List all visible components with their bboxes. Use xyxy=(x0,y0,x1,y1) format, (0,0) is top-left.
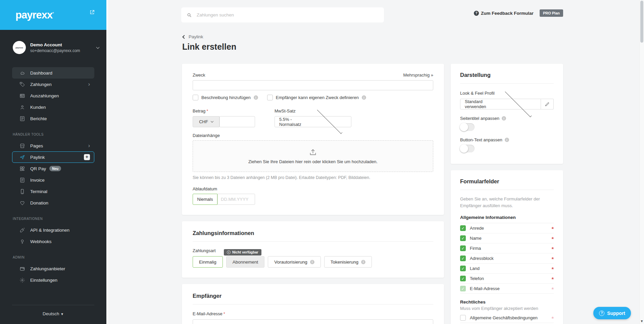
search-input[interactable] xyxy=(197,12,379,17)
sidebar-item-label: Paylink xyxy=(30,155,45,160)
account-name: Demo Account xyxy=(30,42,97,47)
external-link-icon[interactable] xyxy=(89,9,95,15)
firma-checkbox[interactable]: ✓ xyxy=(460,245,466,251)
field-label: Anrede xyxy=(470,226,484,231)
sidebar-item-paylink[interactable]: Paylink + xyxy=(12,151,94,163)
telefon-checkbox[interactable]: ✓ xyxy=(460,276,466,281)
legal-group-title: Rechtliches xyxy=(460,299,554,305)
field-label: Telefon xyxy=(470,276,484,281)
account-switcher[interactable]: payrexx Demo Account so+demoacc@payrexx.… xyxy=(13,41,99,54)
left-column: Zweck Mehrsprachig » Beschreibung hinzuf… xyxy=(182,64,444,324)
add-description-checkbox[interactable] xyxy=(193,95,198,100)
multilingual-link[interactable]: Mehrsprachig » xyxy=(403,73,433,78)
custom-purpose-checkbox-group[interactable]: Empfänger kann eigenen Zweck definieren … xyxy=(267,95,366,100)
sidebar-item-zahlungsanbieter[interactable]: Zahlungsanbieter xyxy=(12,263,94,274)
sidebar-item-kunden[interactable]: Kunden xyxy=(12,101,94,113)
scrollbar-down-arrow[interactable]: ▼ xyxy=(640,319,644,323)
sidebar-item-label: Kunden xyxy=(30,105,46,110)
page-title: Link erstellen xyxy=(182,42,236,52)
purpose-input[interactable] xyxy=(193,80,433,90)
sidebar-item-label: Invoice xyxy=(30,178,45,183)
look-feel-label: Look & Feel Profil xyxy=(460,91,495,96)
currency-value: CHF xyxy=(199,119,208,124)
required-toggle[interactable]: * xyxy=(551,245,554,251)
add-paylink-button[interactable]: + xyxy=(84,154,90,160)
recipient-email-input[interactable] xyxy=(193,319,433,324)
sidebar-item-api-integrationen[interactable]: API & Integrationen xyxy=(12,224,94,236)
account-email: so+demoacc@payrexx.com xyxy=(30,48,97,53)
sidebar: payrexx° payrexx Demo Account so+demoacc… xyxy=(0,0,106,324)
info-icon[interactable]: i xyxy=(362,95,366,100)
land-checkbox[interactable]: ✓ xyxy=(460,266,466,271)
appearance-card-title: Darstellung xyxy=(460,72,554,78)
sidebar-item-berichte[interactable]: Berichte xyxy=(12,113,94,124)
required-toggle[interactable]: * xyxy=(551,266,554,271)
sidebar-item-dashboard[interactable]: Dashboard xyxy=(12,67,94,79)
look-feel-select[interactable]: Standard verwenden xyxy=(460,99,541,109)
language-selector[interactable]: Deutsch ▼ xyxy=(43,311,64,316)
toggle-knob xyxy=(460,144,468,153)
sidebar-item-label: Berichte xyxy=(30,116,47,121)
name-checkbox[interactable]: ✓ xyxy=(460,235,466,241)
breadcrumb[interactable]: Paylink xyxy=(183,34,203,39)
chevron-left-icon xyxy=(182,35,186,39)
sidebar-item-webhooks[interactable]: Webhooks xyxy=(12,236,94,247)
scrollbar-thumb[interactable] xyxy=(640,1,643,43)
file-dropzone[interactable]: Ziehen Sie Ihre Dateien hier rein oder k… xyxy=(193,140,433,172)
page-title-toggle-label: Seitentitel anpassen xyxy=(460,116,499,121)
sidebar-item-terminal[interactable]: Terminal xyxy=(12,186,94,197)
support-button[interactable]: ? Support xyxy=(593,307,631,319)
payout-icon xyxy=(19,93,25,99)
info-icon[interactable]: i xyxy=(310,260,314,264)
never-button[interactable]: Niemals xyxy=(193,194,217,205)
adressblock-checkbox[interactable]: ✓ xyxy=(460,256,466,261)
sidebar-item-invoice[interactable]: Invoice xyxy=(12,174,94,186)
required-toggle[interactable]: * xyxy=(551,256,554,261)
paytype-vorautorisierung-button[interactable]: Vorautorisierungi xyxy=(268,256,320,268)
amount-input[interactable] xyxy=(219,116,255,127)
sidebar-item-donation[interactable]: Donation xyxy=(12,197,94,209)
sidebar-item-auszahlungen[interactable]: Auszahlungen xyxy=(12,90,94,101)
sidebar-item-pages[interactable]: Pages › xyxy=(12,140,94,151)
vat-select[interactable]: 5.5% - Normalsatz xyxy=(275,116,351,127)
info-icon[interactable]: i xyxy=(505,138,509,142)
edit-profile-button[interactable] xyxy=(541,99,554,109)
app-root: payrexx° payrexx Demo Account so+demoacc… xyxy=(0,0,644,324)
sidebar-item-zahlungen[interactable]: Zahlungen › xyxy=(12,79,94,90)
wallet-icon xyxy=(19,266,25,272)
add-description-checkbox-group[interactable]: Beschreibung hinzufügen i xyxy=(193,95,258,100)
form-field-row-firma: ✓ Firma * xyxy=(460,243,554,253)
sidebar-item-qr-pay[interactable]: QR Pay Neu xyxy=(12,163,94,174)
sidebar-item-label: API & Integrationen xyxy=(30,228,69,233)
brand-header: payrexx° xyxy=(0,0,106,30)
paytype-label: Abonnement xyxy=(233,260,258,265)
paytype-abonnement-button[interactable]: Abonnement xyxy=(226,256,265,268)
button-text-toggle[interactable] xyxy=(460,145,475,152)
required-asterisk: * xyxy=(224,311,225,316)
language-area: Deutsch ▼ xyxy=(12,305,94,324)
feedback-link[interactable]: ? Zum Feedback Formular xyxy=(474,11,534,16)
required-toggle[interactable]: * xyxy=(551,235,554,241)
paytype-einmalig-button[interactable]: Einmalig xyxy=(193,256,223,268)
info-icon[interactable]: i xyxy=(361,260,365,264)
required-toggle[interactable]: * xyxy=(551,225,554,231)
custom-purpose-checkbox[interactable] xyxy=(267,95,273,100)
sidebar-item-einstellungen[interactable]: Einstellungen xyxy=(12,274,94,286)
expiry-date-input[interactable] xyxy=(217,194,255,205)
sidebar-item-label: Zahlungen xyxy=(30,82,52,87)
currency-select[interactable]: CHF xyxy=(193,116,219,127)
appearance-card: Darstellung Look & Feel Profil Standard … xyxy=(451,64,563,164)
chevron-down-icon xyxy=(96,45,100,49)
required-toggle[interactable]: * xyxy=(551,276,554,281)
page-scrollbar[interactable]: ▼ xyxy=(639,0,644,324)
topbar-right: ? Zum Feedback Formular PRO Plan xyxy=(474,9,563,17)
agb-checkbox[interactable] xyxy=(460,315,466,321)
plan-badge: PRO Plan xyxy=(540,9,563,17)
question-circle-icon: ? xyxy=(599,311,604,316)
info-icon[interactable]: i xyxy=(254,95,258,100)
paytype-tokenisierung-button[interactable]: Tokenisierungi xyxy=(324,256,372,268)
info-icon[interactable]: i xyxy=(502,116,506,121)
not-available-tooltip: i Nicht verfügbar xyxy=(224,249,261,256)
anrede-checkbox[interactable]: ✓ xyxy=(460,225,466,231)
page-title-toggle[interactable] xyxy=(460,123,475,131)
